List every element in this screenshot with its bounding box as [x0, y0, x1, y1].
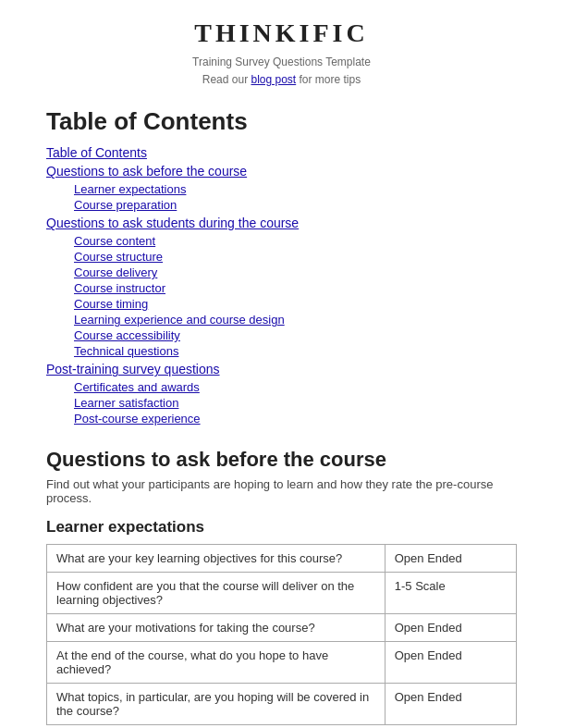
toc-link-learner-satisfaction[interactable]: Learner satisfaction [74, 396, 517, 410]
toc-link-certificates[interactable]: Certificates and awards [74, 380, 517, 394]
subtitle-suffix: for more tips [296, 73, 361, 86]
question-cell: At the end of the course, what do you ho… [47, 642, 386, 684]
table-row: What are your key learning objectives fo… [47, 545, 517, 573]
question-cell: What are your motivations for taking the… [47, 614, 386, 642]
type-cell: Open Ended [385, 545, 516, 573]
blog-post-link[interactable]: blog post [251, 73, 296, 86]
toc-section-before: Questions to ask before the course Learn… [46, 164, 517, 212]
toc-link-course-timing[interactable]: Course timing [74, 297, 517, 311]
toc-link-0[interactable]: Table of Contents [46, 145, 517, 160]
type-cell: 1-5 Scale [385, 573, 516, 614]
type-cell: Open Ended [385, 684, 516, 725]
question-cell: How confident are you that the course wi… [47, 573, 386, 614]
toc-link-during-course[interactable]: Questions to ask students during the cou… [46, 216, 517, 230]
toc-link-course-instructor[interactable]: Course instructor [74, 281, 517, 295]
toc-container: Table of Contents Questions to ask befor… [46, 145, 517, 426]
toc-link-course-prep[interactable]: Course preparation [74, 198, 517, 212]
question-cell: What topics, in particular, are you hopi… [47, 684, 386, 725]
subtitle-line1: Training Survey Questions Template [192, 56, 371, 68]
header: THINKIFIC Training Survey Questions Temp… [46, 19, 517, 89]
toc-link-learner-exp[interactable]: Learner expectations [74, 182, 517, 196]
toc-link-before-course[interactable]: Questions to ask before the course [46, 164, 517, 179]
table-row: At the end of the course, what do you ho… [47, 642, 517, 684]
question-cell: What are your key learning objectives fo… [47, 545, 386, 573]
toc-link-course-delivery[interactable]: Course delivery [74, 265, 517, 279]
logo: THINKIFIC [46, 19, 517, 48]
toc-section-during: Questions to ask students during the cou… [46, 216, 517, 358]
type-cell: Open Ended [385, 642, 516, 684]
table-row: What are your motivations for taking the… [47, 614, 517, 642]
toc-section-post: Post-training survey questions Certifica… [46, 362, 517, 426]
table-row: How confident are you that the course wi… [47, 573, 517, 614]
subsection-learner-exp-title: Learner expectations [46, 518, 517, 537]
toc-link-post-course[interactable]: Post-course experience [74, 412, 517, 426]
section-before-desc: Find out what your participants are hopi… [46, 477, 517, 505]
toc-link-course-content[interactable]: Course content [74, 234, 517, 248]
subtitle: Training Survey Questions Template Read … [46, 54, 517, 89]
type-cell: Open Ended [385, 614, 516, 642]
toc-link-technical[interactable]: Technical questions [74, 344, 517, 358]
section-before-title: Questions to ask before the course [46, 448, 517, 472]
toc-link-post-training[interactable]: Post-training survey questions [46, 362, 517, 376]
toc-link-course-structure[interactable]: Course structure [74, 250, 517, 264]
toc-link-learning-exp[interactable]: Learning experience and course design [74, 313, 517, 327]
toc-heading: Table of Contents [46, 107, 517, 136]
toc-link-course-accessibility[interactable]: Course accessibility [74, 328, 517, 342]
subtitle-prefix: Read our [202, 73, 251, 86]
table-row: What topics, in particular, are you hopi… [47, 684, 517, 725]
learner-expectations-table: What are your key learning objectives fo… [46, 544, 517, 725]
